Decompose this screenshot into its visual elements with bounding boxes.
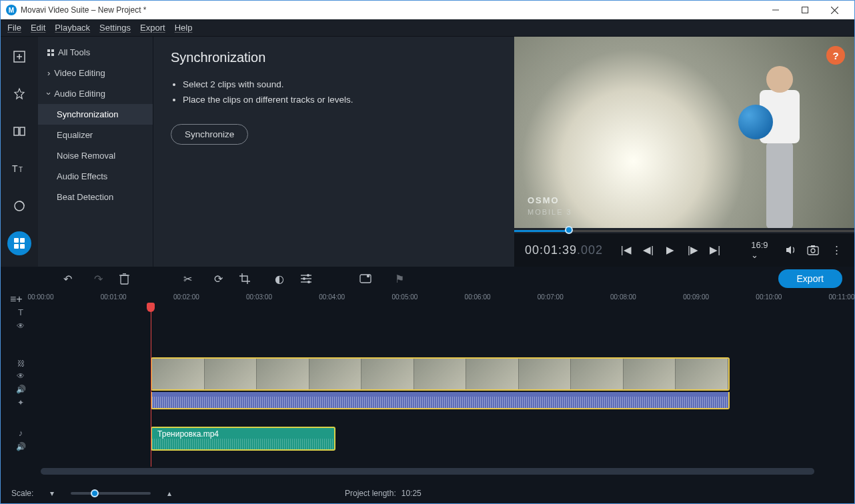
tree-item-noise-removal[interactable]: Noise Removal	[38, 145, 153, 166]
export-button[interactable]: Export	[778, 269, 842, 288]
preview-video[interactable]: OSMO MOBILE 3	[514, 37, 854, 228]
tree-video-editing[interactable]: › Video Editing	[38, 63, 153, 83]
ruler-tick: 00:00:00	[28, 293, 54, 301]
svg-rect-14	[14, 244, 19, 249]
timeline-ruler[interactable]: 00:00:0000:01:0000:02:0000:03:0000:04:00…	[1, 291, 854, 307]
window-title: Movavi Video Suite – New Project *	[21, 5, 147, 15]
delete-icon[interactable]	[119, 273, 138, 285]
menu-export[interactable]: Export	[140, 23, 165, 33]
category-toolbar: TT	[1, 37, 38, 267]
more-icon[interactable]: ⋮	[830, 244, 844, 256]
aspect-ratio-value: 16:9	[751, 240, 768, 250]
preview-subject	[734, 63, 814, 228]
svg-rect-17	[51, 49, 54, 52]
tree-all-tools[interactable]: All Tools	[38, 42, 153, 63]
chevron-right-icon: ›	[47, 68, 50, 78]
audio-clip[interactable]: Тренировка.mp4	[151, 427, 335, 451]
menu-edit[interactable]: Edit	[31, 23, 45, 33]
scale-down-button[interactable]: ▾	[47, 489, 57, 498]
scale-slider[interactable]	[71, 492, 151, 495]
rotate-icon[interactable]: ⟳	[209, 273, 227, 285]
undo-icon[interactable]: ↶	[58, 273, 77, 285]
menu-file[interactable]: File	[7, 23, 21, 33]
tree-audio-editing-label: Audio Editing	[54, 89, 105, 99]
preview-time-ms: .002	[577, 243, 603, 257]
tool-stickers-icon[interactable]	[7, 194, 31, 218]
play-icon[interactable]: ▶	[664, 244, 678, 256]
menubar: File Edit Playback Settings Export Help	[1, 19, 854, 37]
tree-audio-editing[interactable]: › Audio Editing	[38, 83, 153, 104]
record-voice-icon[interactable]	[359, 273, 378, 284]
menu-help[interactable]: Help	[175, 23, 193, 33]
visibility-icon[interactable]: 👁	[17, 371, 25, 381]
svg-rect-7	[14, 127, 19, 135]
marker-icon[interactable]: ⚑	[390, 273, 409, 285]
synchronize-button[interactable]: Synchronize	[171, 124, 248, 145]
step-back-icon[interactable]: ◀|	[641, 244, 655, 256]
fx-icon[interactable]: ✦	[17, 398, 24, 407]
prev-clip-icon[interactable]: |◀	[619, 244, 633, 256]
tree-item-synchronization[interactable]: Synchronization	[38, 104, 153, 125]
menu-playback[interactable]: Playback	[55, 23, 90, 33]
window-minimize-button[interactable]	[761, 1, 790, 19]
mute-icon[interactable]: 🔊	[16, 385, 26, 394]
video-clip-audio[interactable]	[151, 392, 730, 409]
split-icon[interactable]: ✂	[178, 273, 197, 285]
music-icon: ♪	[19, 428, 23, 438]
app-window: M Movavi Video Suite – New Project * Fil…	[0, 0, 855, 504]
track-lane[interactable]	[41, 355, 854, 412]
svg-text:T: T	[19, 166, 23, 173]
timeline-tracks: T 👁 ⛓ 👁 🔊 ✦	[1, 307, 854, 467]
svg-point-21	[811, 249, 815, 253]
window-maximize-button[interactable]	[790, 1, 820, 19]
track-titles: T 👁	[1, 307, 854, 331]
tree-video-editing-label: Video Editing	[54, 68, 105, 78]
track-video: ⛓ 👁 🔊 ✦	[1, 355, 854, 412]
project-length-value: 10:25	[401, 489, 421, 498]
tool-transitions-icon[interactable]	[7, 119, 31, 143]
volume-icon[interactable]	[785, 244, 799, 256]
chevron-down-icon: ›	[44, 92, 54, 95]
tool-import-icon[interactable]	[7, 45, 31, 69]
video-clip[interactable]	[151, 357, 730, 391]
preview-controls: 00:01:39.002 |◀ ◀| ▶ |▶ ▶| 16:9 ⌄ ⋮	[514, 233, 854, 267]
tool-more-icon[interactable]	[7, 231, 31, 255]
tree-all-tools-label: All Tools	[58, 47, 90, 57]
help-button[interactable]: ?	[826, 46, 845, 65]
redo-icon[interactable]: ↷	[89, 273, 107, 285]
mute-icon[interactable]: 🔊	[16, 442, 26, 451]
tool-filters-icon[interactable]	[7, 82, 31, 106]
ruler-tick: 00:03:00	[246, 293, 272, 301]
step-fwd-icon[interactable]: |▶	[686, 244, 700, 256]
snapshot-icon[interactable]	[807, 245, 821, 255]
window-close-button[interactable]	[820, 1, 849, 19]
panel-instruction-2: Place the clips on different tracks or l…	[183, 93, 497, 108]
watermark-line1: OSMO	[528, 195, 560, 205]
timeline-scrollbar[interactable]	[41, 468, 814, 475]
svg-point-30	[303, 277, 305, 280]
svg-rect-18	[47, 53, 50, 56]
crop-icon[interactable]	[239, 273, 258, 284]
svg-rect-22	[811, 245, 815, 247]
tree-item-equalizer[interactable]: Equalizer	[38, 125, 153, 145]
track-lane[interactable]: Тренировка.mp4	[41, 424, 854, 455]
preview-scrubber[interactable]	[514, 228, 854, 233]
color-adjust-icon[interactable]: ◐	[270, 273, 289, 285]
timeline-playhead[interactable]	[151, 307, 151, 467]
scale-up-button[interactable]: ▴	[164, 489, 175, 498]
svg-point-33	[367, 275, 369, 277]
tree-item-label: Equalizer	[57, 130, 93, 140]
tree-item-audio-effects[interactable]: Audio Effects	[38, 166, 153, 187]
edit-toolbar: ↶ ↷ ✂ ⟳ ◐ ⚑ Export	[1, 267, 854, 291]
clip-properties-icon[interactable]	[301, 274, 319, 283]
link-icon[interactable]: ⛓	[17, 359, 25, 367]
svg-rect-13	[20, 238, 25, 243]
track-lane[interactable]	[41, 307, 854, 331]
menu-settings[interactable]: Settings	[99, 23, 131, 33]
visibility-icon[interactable]: 👁	[17, 321, 25, 331]
next-clip-icon[interactable]: ▶|	[708, 244, 722, 256]
tree-item-beat-detection[interactable]: Beat Detection	[38, 187, 153, 207]
tool-titles-icon[interactable]: TT	[7, 157, 31, 181]
aspect-ratio-selector[interactable]: 16:9 ⌄	[751, 240, 777, 260]
svg-rect-16	[47, 49, 50, 52]
